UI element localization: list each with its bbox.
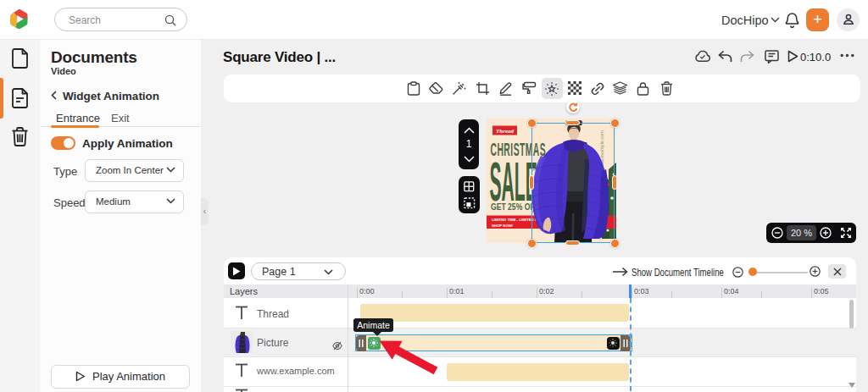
svg-text:SHOP NOW!: SHOP NOW! <box>492 224 514 228</box>
svg-text:Thread: Thread <box>496 128 515 135</box>
